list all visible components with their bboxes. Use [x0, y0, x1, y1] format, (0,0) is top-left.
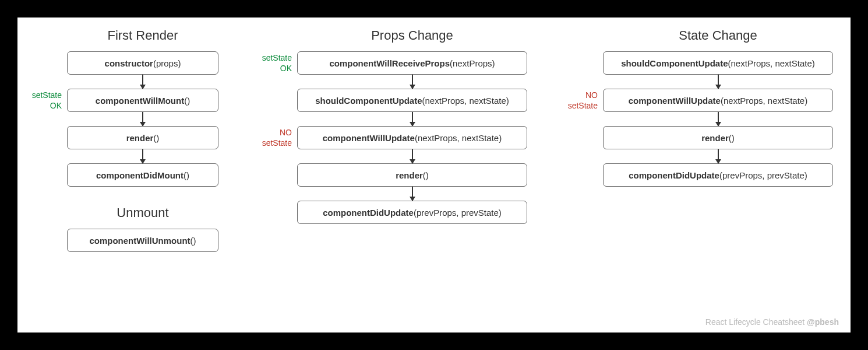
arrow-down-icon — [412, 75, 413, 89]
node-bold: shouldComponentUpdate — [621, 58, 728, 68]
node-componentdidmount: componentDidMount() — [67, 163, 218, 187]
node-bold: shouldComponentUpdate — [315, 96, 422, 106]
node-constructor: constructor(props) — [67, 51, 218, 75]
annot-setstate-ok: setState OK — [32, 90, 62, 111]
col-state-change: State Change shouldComponentUpdate(nextP… — [603, 28, 833, 187]
col-title-props-change: Props Change — [371, 28, 453, 43]
node-args: (nextProps, nextState) — [721, 96, 807, 106]
node-componentwillunmount: componentWillUnmount() — [67, 229, 218, 252]
node-args: () — [153, 133, 159, 143]
annot-line: NO — [585, 90, 598, 100]
node-args: () — [184, 96, 190, 106]
annot-line: OK — [50, 100, 62, 110]
arrow-down-icon — [142, 112, 143, 126]
node-args: () — [729, 133, 735, 143]
node-render: render() — [67, 126, 218, 149]
arrow-down-icon — [412, 187, 413, 201]
node-shouldcomponentupdate: shouldComponentUpdate(nextProps, nextSta… — [603, 51, 833, 75]
node-bold: componentWillUpdate — [323, 133, 415, 143]
col-title-unmount: Unmount — [117, 205, 168, 220]
node-bold: render — [126, 133, 154, 143]
node-bold: constructor — [105, 58, 153, 68]
node-bold: render — [701, 133, 729, 143]
annot-line: NO — [280, 128, 292, 137]
annot-line: setState — [568, 100, 598, 110]
node-args: () — [184, 170, 189, 180]
node-args: (props) — [153, 58, 181, 68]
col-title-state-change: State Change — [679, 28, 757, 43]
spacer — [143, 187, 143, 205]
arrow-down-icon — [718, 149, 719, 163]
node-args: (prevProps, prevState) — [719, 170, 807, 180]
diagram-canvas: First Render constructor(props) setState… — [17, 18, 851, 332]
node-bold: componentDidUpdate — [629, 170, 719, 180]
node-bold: componentWillUpdate — [629, 96, 721, 106]
node-args: (nextProps, nextState) — [728, 58, 815, 68]
arrow-down-icon — [718, 112, 719, 126]
arrow-down-icon — [142, 149, 143, 163]
annot-line: setState — [262, 53, 292, 62]
node-bold: componentWillReceiveProps — [329, 58, 450, 68]
node-componentwillreceiveprops: setState OK componentWillReceiveProps(ne… — [297, 51, 527, 75]
node-args: (nextProps) — [450, 58, 495, 68]
node-render: render() — [297, 163, 527, 187]
node-shouldcomponentupdate: shouldComponentUpdate(nextProps, nextSta… — [297, 89, 527, 112]
col-title-first-render: First Render — [107, 28, 178, 43]
node-args: () — [190, 236, 196, 246]
annot-setstate-ok: setState OK — [262, 53, 292, 74]
footer-text: React Lifecycle Cheatsheet — [705, 317, 807, 327]
arrow-down-icon — [142, 75, 143, 89]
arrow-down-icon — [412, 149, 413, 163]
node-bold: componentWillUnmount — [89, 236, 190, 246]
col-props-change: Props Change setState OK componentWillRe… — [297, 28, 527, 224]
node-bold: componentWillMount — [96, 96, 184, 106]
footer-handle: @pbesh — [807, 317, 839, 327]
annot-line: OK — [280, 63, 292, 72]
arrow-down-icon — [412, 112, 413, 126]
node-bold: componentDidUpdate — [323, 208, 414, 218]
node-bold: render — [396, 170, 423, 180]
annot-no-setstate: NO setState — [262, 128, 292, 148]
footer-credit: React Lifecycle Cheatsheet @pbesh — [705, 317, 839, 327]
node-componentwillupdate: NO setState componentWillUpdate(nextProp… — [603, 89, 833, 112]
node-render: render() — [603, 126, 833, 149]
node-componentdidupdate: componentDidUpdate(prevProps, prevState) — [603, 163, 833, 187]
annot-line: setState — [262, 138, 292, 147]
node-args: (prevProps, prevState) — [414, 208, 502, 218]
node-bold: componentDidMount — [96, 170, 184, 180]
node-componentwillmount: setState OK componentWillMount() — [67, 89, 218, 112]
annot-no-setstate: NO setState — [568, 90, 598, 111]
node-args: (nextProps, nextState) — [422, 96, 509, 106]
arrow-down-icon — [718, 75, 719, 89]
col-first-render: First Render constructor(props) setState… — [67, 28, 218, 252]
node-componentwillupdate: NO setState componentWillUpdate(nextProp… — [297, 126, 527, 149]
node-componentdidupdate: componentDidUpdate(prevProps, prevState) — [297, 201, 527, 224]
node-args: () — [423, 170, 429, 180]
annot-line: setState — [32, 90, 62, 100]
node-args: (nextProps, nextState) — [415, 133, 502, 143]
